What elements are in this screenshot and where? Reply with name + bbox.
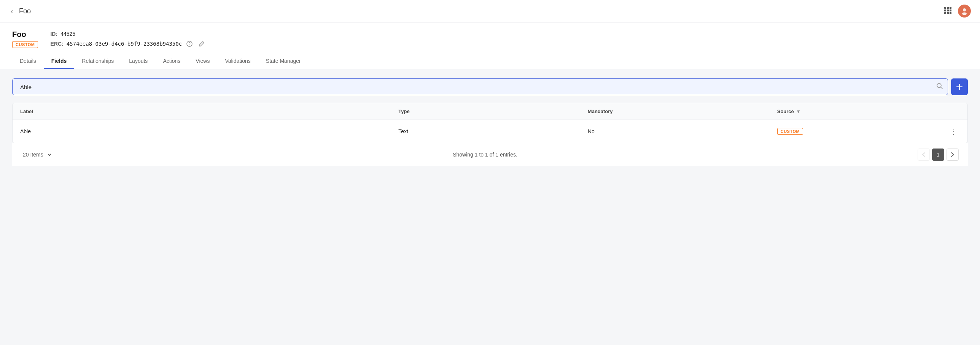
svg-line-14 bbox=[941, 87, 943, 89]
erc-value: 4574eea8-03e9-d4c6-b9f9-23368b94350c bbox=[67, 41, 182, 47]
erc-edit-button[interactable] bbox=[197, 40, 206, 48]
entity-meta: ID: 44525 ERC: 4574eea8-03e9-d4c6-b9f9-2… bbox=[50, 30, 206, 48]
search-icon bbox=[936, 83, 943, 91]
fields-table: Label Type Mandatory Source ▼ Able Text bbox=[12, 103, 968, 143]
fields-table-inner: Label Type Mandatory Source ▼ Able Text bbox=[13, 103, 967, 143]
avatar[interactable] bbox=[958, 5, 971, 18]
svg-point-10 bbox=[962, 13, 967, 15]
grid-icon[interactable] bbox=[943, 6, 952, 16]
next-page-button[interactable] bbox=[947, 149, 959, 161]
cell-mandatory: No bbox=[580, 120, 770, 143]
tab-views[interactable]: Views bbox=[188, 54, 217, 69]
tab-relationships[interactable]: Relationships bbox=[74, 54, 121, 69]
entity-info: Foo CUSTOM ID: 44525 ERC: 4574eea8-03e9-… bbox=[12, 30, 968, 48]
svg-text:?: ? bbox=[188, 42, 191, 46]
back-button[interactable]: ‹ bbox=[9, 6, 14, 17]
add-field-button[interactable] bbox=[951, 78, 968, 95]
svg-rect-8 bbox=[950, 12, 951, 14]
id-label: ID: bbox=[50, 31, 57, 37]
search-input[interactable] bbox=[17, 80, 936, 94]
table-row: Able Text No CUSTOM ⋮ bbox=[13, 120, 967, 143]
id-value: 44525 bbox=[60, 31, 75, 37]
svg-rect-0 bbox=[944, 7, 946, 9]
search-row bbox=[12, 78, 968, 95]
topbar-title: Foo bbox=[19, 7, 31, 15]
source-label: Source bbox=[777, 109, 794, 114]
svg-point-9 bbox=[963, 8, 966, 11]
header-section: Foo CUSTOM ID: 44525 ERC: 4574eea8-03e9-… bbox=[0, 22, 980, 69]
entity-id-row: ID: 44525 bbox=[50, 31, 206, 37]
cell-label: Able bbox=[13, 120, 391, 143]
cell-type: Text bbox=[391, 120, 580, 143]
col-header-source: Source ▼ bbox=[770, 103, 940, 120]
tab-fields[interactable]: Fields bbox=[44, 54, 74, 69]
col-header-type: Type bbox=[391, 103, 580, 120]
tab-validations[interactable]: Validations bbox=[217, 54, 258, 69]
tab-details[interactable]: Details bbox=[12, 54, 44, 69]
content-area: Label Type Mandatory Source ▼ Able Text bbox=[0, 69, 980, 175]
entity-name: Foo bbox=[12, 30, 38, 39]
svg-rect-7 bbox=[947, 12, 949, 14]
topbar: ‹ Foo bbox=[0, 0, 980, 22]
table-footer: 20 Items 50 Items 100 Items Showing 1 to… bbox=[12, 143, 968, 166]
footer-pagination: 1 bbox=[918, 149, 959, 161]
col-header-mandatory: Mandatory bbox=[580, 103, 770, 120]
entity-erc-row: ERC: 4574eea8-03e9-d4c6-b9f9-23368b94350… bbox=[50, 40, 206, 48]
row-menu-button[interactable]: ⋮ bbox=[948, 126, 960, 137]
erc-label: ERC: bbox=[50, 41, 63, 47]
footer-showing-text: Showing 1 to 1 of 1 entries. bbox=[453, 152, 517, 158]
cell-source: CUSTOM bbox=[770, 120, 940, 143]
svg-rect-2 bbox=[950, 7, 951, 9]
source-dropdown-icon[interactable]: ▼ bbox=[796, 109, 801, 114]
svg-rect-1 bbox=[947, 7, 949, 9]
prev-page-button[interactable] bbox=[918, 149, 930, 161]
svg-rect-6 bbox=[944, 12, 946, 14]
entity-custom-badge: CUSTOM bbox=[12, 41, 38, 48]
tab-layouts[interactable]: Layouts bbox=[121, 54, 155, 69]
cell-row-menu: ⋮ bbox=[940, 120, 967, 143]
table-header-row: Label Type Mandatory Source ▼ bbox=[13, 103, 967, 120]
tabs: Details Fields Relationships Layouts Act… bbox=[12, 54, 968, 69]
tab-actions[interactable]: Actions bbox=[155, 54, 188, 69]
svg-rect-4 bbox=[947, 10, 949, 11]
topbar-right bbox=[943, 5, 971, 18]
svg-rect-3 bbox=[944, 10, 946, 11]
items-per-page-select[interactable]: 20 Items 50 Items 100 Items bbox=[21, 151, 52, 158]
col-header-actions bbox=[940, 103, 967, 120]
topbar-left: ‹ Foo bbox=[9, 6, 31, 17]
search-input-wrap bbox=[12, 78, 948, 95]
svg-rect-5 bbox=[950, 10, 951, 11]
page-1-button[interactable]: 1 bbox=[932, 149, 944, 161]
tab-state-manager[interactable]: State Manager bbox=[258, 54, 309, 69]
row-custom-badge: CUSTOM bbox=[777, 128, 803, 135]
footer-left: 20 Items 50 Items 100 Items bbox=[21, 151, 52, 158]
erc-help-button[interactable]: ? bbox=[185, 40, 194, 48]
col-header-label: Label bbox=[13, 103, 391, 120]
entity-name-block: Foo CUSTOM bbox=[12, 30, 38, 48]
